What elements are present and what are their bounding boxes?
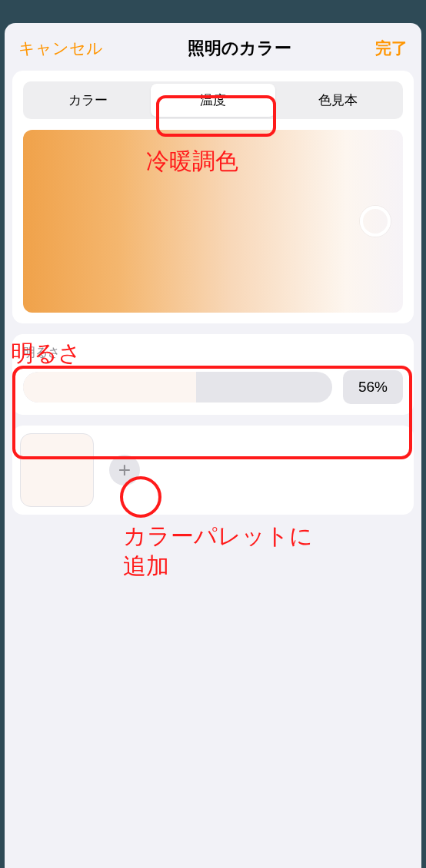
header-bar: キャンセル 照明のカラー 完了 <box>5 23 421 71</box>
tab-color[interactable]: カラー <box>25 84 151 117</box>
temperature-handle[interactable] <box>360 206 391 237</box>
brightness-label: 明るさ <box>23 345 403 361</box>
modal-sheet: キャンセル 照明のカラー 完了 カラー 温度 色見本 明るさ 56% + <box>5 23 421 868</box>
mode-segmented-control: カラー 温度 色見本 <box>23 81 403 119</box>
palette-row: + <box>20 433 406 507</box>
brightness-card: 明るさ 56% <box>12 334 414 415</box>
done-button[interactable]: 完了 <box>375 38 408 59</box>
add-swatch-button[interactable]: + <box>109 455 140 485</box>
tab-temperature[interactable]: 温度 <box>151 84 276 117</box>
color-mode-card: カラー 温度 色見本 <box>12 71 414 323</box>
plus-icon: + <box>118 459 131 481</box>
tab-swatches[interactable]: 色見本 <box>275 84 401 117</box>
palette-swatch[interactable] <box>20 433 94 507</box>
cancel-button[interactable]: キャンセル <box>18 38 103 59</box>
palette-card: + <box>12 426 414 515</box>
brightness-fill <box>23 372 196 403</box>
brightness-value-badge: 56% <box>343 370 403 404</box>
page-title: 照明のカラー <box>188 37 291 60</box>
temperature-gradient-picker[interactable] <box>23 130 403 313</box>
brightness-slider[interactable] <box>23 372 332 403</box>
brightness-row: 56% <box>23 370 403 404</box>
annotation-text-add: カラーパレットに 追加 <box>123 521 313 581</box>
